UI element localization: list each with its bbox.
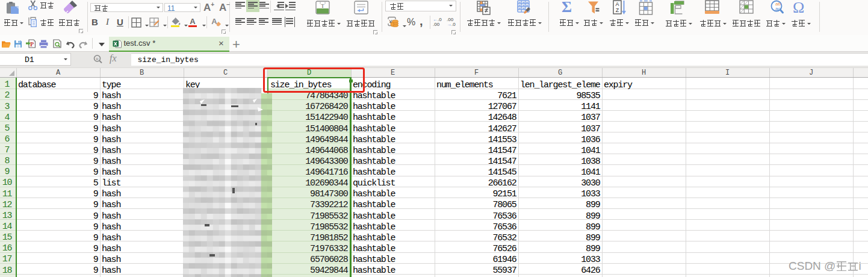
svg-text:A: A bbox=[190, 17, 196, 26]
svg-text:Z: Z bbox=[616, 7, 619, 13]
svg-text:T: T bbox=[321, 3, 324, 9]
svg-text:P: P bbox=[30, 41, 34, 48]
svg-text:A: A bbox=[615, 1, 619, 7]
svg-text:A: A bbox=[211, 17, 217, 26]
svg-text:R: R bbox=[96, 57, 99, 61]
